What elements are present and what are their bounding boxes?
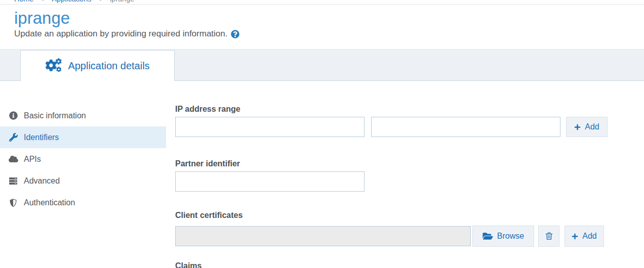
sidebar-item-identifiers[interactable]: Identifiers (0, 126, 166, 148)
wrench-icon (8, 133, 18, 142)
section-claims: Claims (175, 261, 631, 268)
certificate-add-button[interactable]: Add (565, 226, 604, 247)
ip-range-end-input[interactable] (371, 117, 560, 137)
sidebar-item-label: Basic information (24, 111, 86, 120)
breadcrumb-bar: Home › Applications › iprange (0, 0, 644, 5)
breadcrumb: Home › Applications › iprange (0, 0, 644, 5)
ip-address-range-label: IP address range (175, 105, 631, 114)
client-certificates-label: Client certificates (175, 211, 631, 220)
sidebar-item-label: APIs (24, 155, 41, 164)
add-button-label: Add (585, 122, 599, 131)
cogs-icon (45, 58, 62, 74)
section-client-certificates: Client certificates Browse (175, 211, 631, 247)
browse-button[interactable]: Browse (472, 226, 534, 247)
sidebar-item-advanced[interactable]: Advanced (0, 170, 166, 192)
sidebar-item-label: Identifiers (24, 133, 59, 142)
delete-certificate-button[interactable] (538, 226, 559, 247)
form-content: IP address range Add Partner identifier (175, 105, 631, 268)
tab-label: Application details (68, 60, 149, 72)
breadcrumb-home-link[interactable]: Home (14, 0, 34, 3)
add-button-label: Add (582, 232, 596, 241)
breadcrumb-separator: › (42, 0, 44, 3)
breadcrumb-separator: › (100, 0, 102, 3)
page-title: iprange (14, 9, 644, 28)
question-circle-icon[interactable] (231, 30, 239, 38)
section-partner-identifier: Partner identifier (175, 159, 631, 192)
page-header: iprange Update an application by providi… (0, 5, 644, 39)
info-circle-icon (8, 111, 18, 120)
sidebar-item-label: Authentication (24, 198, 75, 207)
client-certificate-file-input (175, 226, 471, 246)
sidebar-item-authentication[interactable]: Authentication (0, 192, 166, 213)
tab-strip: Application details (0, 49, 644, 81)
ip-range-start-input[interactable] (175, 117, 365, 137)
plus-icon (572, 233, 578, 240)
sidebar-item-apis[interactable]: APIs (0, 148, 166, 170)
cloud-icon (8, 155, 18, 163)
browse-button-label: Browse (497, 232, 524, 241)
section-ip-address-range: IP address range Add (175, 105, 631, 137)
ip-range-add-button[interactable]: Add (566, 117, 608, 137)
partner-identifier-input[interactable] (175, 171, 365, 192)
breadcrumb-current: iprange (110, 0, 134, 3)
tasks-icon (8, 177, 18, 185)
shield-icon (8, 198, 18, 207)
main-area: Basic information Identifiers APIs (0, 81, 644, 268)
sidebar-item-basic-information[interactable]: Basic information (0, 105, 166, 126)
plus-icon (574, 124, 581, 130)
tab-application-details[interactable]: Application details (20, 50, 175, 81)
partner-identifier-label: Partner identifier (175, 159, 631, 168)
breadcrumb-applications-link[interactable]: Applications (52, 0, 91, 3)
sidebar-nav: Basic information Identifiers APIs (0, 105, 166, 213)
claims-label: Claims (175, 261, 631, 268)
sidebar-item-label: Advanced (24, 176, 60, 186)
page-subtitle: Update an application by providing requi… (14, 29, 227, 39)
trash-icon (545, 232, 553, 241)
folder-open-icon (482, 232, 493, 241)
